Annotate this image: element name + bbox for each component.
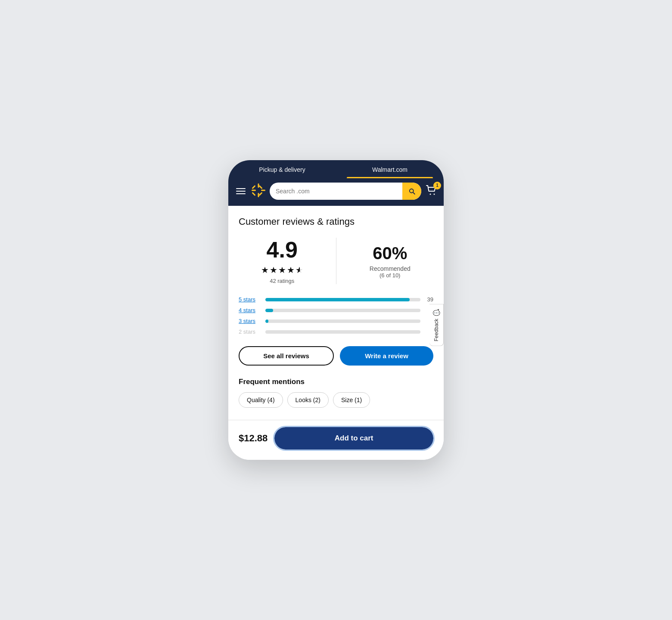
content: Customer reviews & ratings 4.9 ★ ★ ★ ★ ★… xyxy=(228,206,444,408)
action-buttons: See all reviews Write a review xyxy=(239,346,433,366)
svg-rect-2 xyxy=(252,189,256,191)
bar-count-5: 39 xyxy=(425,296,433,303)
phone-frame: Pickup & delivery Walmart.com xyxy=(228,160,444,460)
rating-summary: 4.9 ★ ★ ★ ★ ★ ★ 42 ratings 60% Recommend… xyxy=(239,238,433,284)
price: $12.88 xyxy=(239,433,268,444)
bar-label-4[interactable]: 4 stars xyxy=(239,307,261,313)
header-nav: 1 xyxy=(228,178,444,206)
star-2: ★ xyxy=(270,265,277,275)
star-1: ★ xyxy=(261,265,269,275)
bar-fill-3 xyxy=(265,319,268,323)
svg-rect-4 xyxy=(252,185,255,189)
ratings-count: 42 ratings xyxy=(270,278,294,284)
recommended-sub: (6 of 10) xyxy=(380,272,400,279)
feedback-button[interactable]: Feedback 💬 xyxy=(429,304,444,346)
tab-pickup-delivery[interactable]: Pickup & delivery xyxy=(228,160,336,178)
bar-row-3: 3 stars 1 xyxy=(239,318,433,324)
walmart-logo[interactable] xyxy=(252,183,265,199)
rating-left: 4.9 ★ ★ ★ ★ ★ ★ 42 ratings xyxy=(239,238,334,284)
svg-point-9 xyxy=(434,193,435,195)
frequent-mentions: Frequent mentions Quality (4) Looks (2) … xyxy=(239,378,433,408)
divider xyxy=(336,238,336,284)
svg-point-8 xyxy=(430,193,431,195)
search-input[interactable] xyxy=(270,183,402,200)
svg-rect-3 xyxy=(261,189,265,191)
recommended-pct: 60% xyxy=(373,244,407,263)
svg-rect-6 xyxy=(258,185,262,189)
tab-walmart-com[interactable]: Walmart.com xyxy=(336,160,444,178)
star-5-half: ★ ★ xyxy=(296,265,303,275)
star-4: ★ xyxy=(287,265,295,275)
search-button[interactable] xyxy=(402,183,421,200)
search-bar xyxy=(270,183,421,200)
header: Pickup & delivery Walmart.com xyxy=(228,160,444,206)
recommended-label: Recommended xyxy=(370,265,411,272)
page-title: Customer reviews & ratings xyxy=(239,216,433,227)
mention-chips: Quality (4) Looks (2) Size (1) xyxy=(239,392,433,408)
chip-looks[interactable]: Looks (2) xyxy=(287,392,329,408)
feedback-icon: 💬 xyxy=(433,309,440,316)
bar-row-5: 5 stars 39 xyxy=(239,296,433,303)
frequent-mentions-title: Frequent mentions xyxy=(239,378,433,386)
bar-fill-4 xyxy=(265,309,273,312)
feedback-label: Feedback xyxy=(433,319,439,341)
bar-label-3[interactable]: 3 stars xyxy=(239,318,261,324)
svg-rect-0 xyxy=(258,183,259,188)
bar-track-5 xyxy=(265,298,420,301)
bar-row-4: 4 stars 2 xyxy=(239,307,433,313)
hamburger-icon[interactable] xyxy=(234,186,247,196)
add-to-cart-button[interactable]: Add to cart xyxy=(274,427,433,450)
feedback-wrapper: Feedback 💬 xyxy=(429,304,444,346)
bar-label-2: 2 stars xyxy=(239,329,261,335)
header-tabs: Pickup & delivery Walmart.com xyxy=(228,160,444,178)
rating-right: 60% Recommended (6 of 10) xyxy=(338,238,434,284)
rating-score: 4.9 xyxy=(267,238,298,262)
star-3: ★ xyxy=(278,265,286,275)
bar-fill-5 xyxy=(265,298,410,301)
rating-bars: 5 stars 39 4 stars 2 3 stars 1 xyxy=(239,296,433,335)
bottom-bar: $12.88 Add to cart xyxy=(228,420,444,460)
bar-label-5[interactable]: 5 stars xyxy=(239,296,261,303)
bar-row-2: 2 stars 0 xyxy=(239,329,433,335)
cart-button[interactable]: 1 xyxy=(426,184,438,198)
stars-row: ★ ★ ★ ★ ★ ★ xyxy=(261,265,303,275)
chip-size[interactable]: Size (1) xyxy=(333,392,370,408)
chip-quality[interactable]: Quality (4) xyxy=(239,392,283,408)
bar-track-2 xyxy=(265,330,420,334)
see-all-reviews-button[interactable]: See all reviews xyxy=(239,346,334,366)
bar-track-3 xyxy=(265,319,420,323)
svg-rect-7 xyxy=(252,192,255,196)
cart-badge: 1 xyxy=(433,182,441,189)
svg-rect-5 xyxy=(258,192,262,196)
write-review-button[interactable]: Write a review xyxy=(340,346,433,366)
bar-track-4 xyxy=(265,309,420,312)
